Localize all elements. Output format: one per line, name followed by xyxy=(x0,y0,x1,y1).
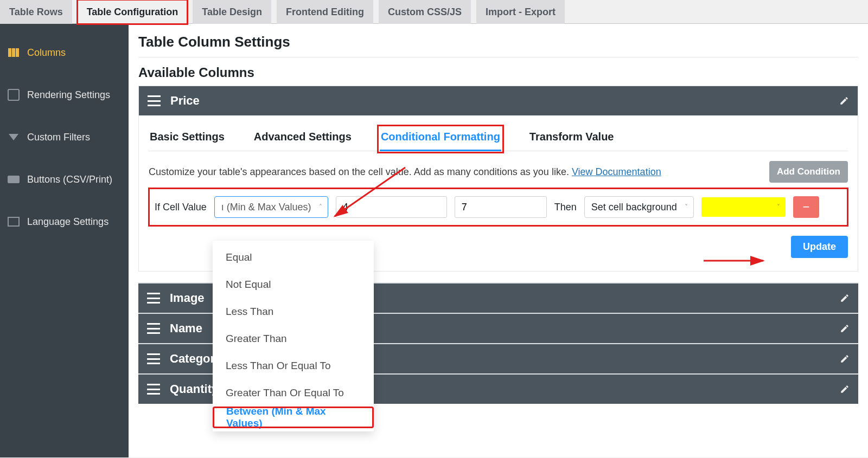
then-label: Then xyxy=(554,202,577,213)
drag-handle-icon[interactable] xyxy=(147,293,160,304)
sidebar-item-label: Columns xyxy=(27,47,66,59)
columns-icon xyxy=(8,47,20,59)
color-picker[interactable]: ˅ xyxy=(701,197,786,217)
sidebar-item-label: Buttons (CSV/Print) xyxy=(27,174,112,185)
section-title: Available Columns xyxy=(138,65,858,80)
description: Customize your table's appearances based… xyxy=(149,166,661,178)
sidebar-item-label: Custom Filters xyxy=(27,132,90,143)
drag-handle-icon[interactable] xyxy=(147,384,160,395)
page-title: Table Column Settings xyxy=(138,34,858,50)
dd-item-greater-than[interactable]: Greater Than xyxy=(213,325,374,352)
sidebar-item-filters[interactable]: Custom Filters xyxy=(0,116,129,158)
filter-icon xyxy=(8,131,20,143)
inner-tab-basic[interactable]: Basic Settings xyxy=(149,127,226,151)
delete-condition-button[interactable]: − xyxy=(793,196,819,218)
inner-tab-transform[interactable]: Transform Value xyxy=(528,127,615,151)
tab-frontend-editing[interactable]: Frontend Editing xyxy=(277,0,373,24)
edit-icon[interactable] xyxy=(840,384,850,394)
tab-table-rows[interactable]: Table Rows xyxy=(0,0,72,24)
column-row-title: Image xyxy=(170,291,205,305)
if-cell-value-label: If Cell Value xyxy=(155,202,207,213)
top-tabbar: Table Rows Table Configuration Table Des… xyxy=(0,0,868,24)
edit-icon[interactable] xyxy=(840,293,850,303)
tab-table-design[interactable]: Table Design xyxy=(193,0,271,24)
rendering-icon xyxy=(8,89,20,101)
sidebar-item-label: Language Settings xyxy=(27,216,108,228)
drag-handle-icon[interactable] xyxy=(147,323,160,334)
dd-item-not-equal[interactable]: Not Equal xyxy=(213,271,374,298)
sidebar: Columns Rendering Settings Custom Filter… xyxy=(0,24,129,457)
language-icon xyxy=(8,216,20,228)
max-value-input[interactable] xyxy=(455,196,547,218)
edit-icon[interactable] xyxy=(840,324,850,333)
dd-item-between[interactable]: Between (Min & Max Values) xyxy=(213,407,374,428)
dd-item-lte[interactable]: Less Than Or Equal To xyxy=(213,352,374,379)
view-documentation-link[interactable]: View Documentation xyxy=(572,166,661,177)
sidebar-item-rendering[interactable]: Rendering Settings xyxy=(0,74,129,116)
tab-table-configuration[interactable]: Table Configuration xyxy=(78,0,188,24)
sidebar-item-label: Rendering Settings xyxy=(27,89,110,101)
tab-import-export[interactable]: Import - Export xyxy=(476,0,565,24)
panel-header[interactable]: Price xyxy=(139,86,858,115)
column-row-title: Quantity xyxy=(170,382,218,396)
column-row-title: Name xyxy=(170,321,202,336)
dd-item-less-than[interactable]: Less Than xyxy=(213,298,374,325)
add-condition-button[interactable]: Add Condition xyxy=(769,161,848,183)
update-button[interactable]: Update xyxy=(791,236,848,258)
sidebar-item-language[interactable]: Language Settings xyxy=(0,201,129,243)
inner-tabs: Basic Settings Advanced Settings Conditi… xyxy=(149,115,848,151)
buttons-icon xyxy=(8,173,20,185)
dd-item-gte[interactable]: Greater Than Or Equal To xyxy=(213,379,374,407)
drag-handle-icon[interactable] xyxy=(147,353,160,364)
chevron-down-icon: ˅ xyxy=(777,203,780,211)
operator-dropdown[interactable]: Equal Not Equal Less Than Greater Than L… xyxy=(213,241,374,431)
chevron-up-icon: ˄ xyxy=(319,203,322,211)
condition-row: If Cell Value ı (Min & Max Values) ˄ The… xyxy=(149,188,848,226)
edit-icon[interactable] xyxy=(839,96,849,106)
inner-tab-advanced[interactable]: Advanced Settings xyxy=(253,127,353,151)
panel-title: Price xyxy=(170,94,200,108)
operator-select[interactable]: ı (Min & Max Values) ˄ xyxy=(214,196,328,218)
tab-custom-css-js[interactable]: Custom CSS/JS xyxy=(379,0,471,24)
min-value-input[interactable] xyxy=(336,196,447,218)
sidebar-item-buttons[interactable]: Buttons (CSV/Print) xyxy=(0,158,129,201)
chevron-down-icon: ˅ xyxy=(685,203,688,211)
dd-item-equal[interactable]: Equal xyxy=(213,244,374,271)
sidebar-item-columns[interactable]: Columns xyxy=(0,31,129,74)
action-select[interactable]: Set cell background ˅ xyxy=(584,196,694,218)
drag-handle-icon[interactable] xyxy=(148,95,161,106)
main-content: Table Column Settings Available Columns … xyxy=(129,24,868,457)
edit-icon[interactable] xyxy=(840,354,850,364)
inner-tab-conditional[interactable]: Conditional Formatting xyxy=(380,127,501,151)
